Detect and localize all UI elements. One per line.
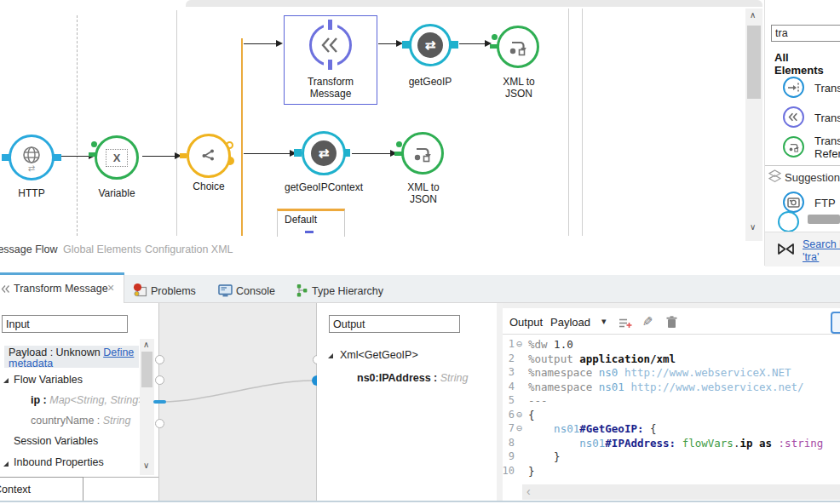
palette-item-label[interactable]: FTP <box>814 197 836 209</box>
tab-configuration-xml[interactable]: Configuration XML <box>145 243 233 255</box>
tab-problems-label[interactable]: Problems <box>151 285 196 297</box>
close-icon[interactable]: × <box>107 281 114 295</box>
code-line: } <box>528 465 535 478</box>
input-anchor[interactable] <box>155 419 164 428</box>
tab-console-label[interactable]: Console <box>236 285 275 297</box>
default-selection-dash <box>305 231 314 233</box>
xml-to-json-node-bottom[interactable] <box>401 132 444 175</box>
output-root-node[interactable]: Xml<GetGeoIP> <box>340 349 418 361</box>
tab-transform-message[interactable]: Transform Message × <box>0 275 124 303</box>
xml-to-json-node-top[interactable] <box>497 26 539 68</box>
scroll-up-icon[interactable]: ∧ <box>750 10 756 20</box>
line-number: 9 <box>503 450 515 462</box>
palette-item-label-line2[interactable]: Refere <box>814 147 840 160</box>
scroll-down-icon[interactable]: ∨ <box>750 222 756 232</box>
palette-search-input[interactable] <box>771 25 840 42</box>
dropdown-icon[interactable]: ▾ <box>601 316 607 327</box>
line-number: 2 <box>503 352 515 364</box>
http-node[interactable]: ⇄ <box>9 135 55 180</box>
expand-triangle-icon[interactable] <box>328 353 333 358</box>
dataweave-editor[interactable]: Output Payload ▾ ✎ 1 2 3 4 5 6 7 <box>503 303 840 501</box>
output-field-node[interactable]: ns0:IPAddress : String <box>357 372 468 384</box>
choice-node[interactable] <box>187 134 231 178</box>
flow-arrowhead <box>276 40 283 47</box>
editor-header-output: Output <box>509 316 543 329</box>
ws-consumer-icon: ⇄ <box>311 140 337 166</box>
choice-scope-line <box>241 38 243 236</box>
suggestions-header[interactable]: Suggestions <box>785 171 840 184</box>
line-number: 5 <box>503 394 515 406</box>
palette-item-label[interactable]: Trans <box>814 82 840 94</box>
input-filter-field[interactable] <box>2 315 128 333</box>
palette-item-partial-icon[interactable] <box>778 211 799 232</box>
getgeoip-node[interactable]: ⇄ <box>409 24 452 66</box>
window-bottom-edge <box>0 501 840 502</box>
input-anchor-connected[interactable] <box>153 400 166 404</box>
xml-to-json-label-top: XML to JSON <box>488 76 549 100</box>
panel-divider[interactable] <box>497 303 503 501</box>
variable-nub <box>91 141 97 147</box>
scrollbar-thumb[interactable] <box>747 26 761 99</box>
countryname-variable-node[interactable]: countryName : String <box>31 415 130 427</box>
flow-scrollbar[interactable]: ∧ ∨ <box>745 9 762 241</box>
input-anchor[interactable] <box>155 355 164 364</box>
code-line: %output application/xml <box>528 352 676 366</box>
scroll-up-icon[interactable]: ∧ <box>143 340 149 349</box>
edit-pencil-icon[interactable]: ✎ <box>642 314 653 329</box>
preview-button-fragment[interactable] <box>831 312 840 334</box>
session-variables-node[interactable]: Session Variables <box>14 435 98 447</box>
payload-row[interactable]: Payload : Unknown Define metadata <box>4 346 139 368</box>
delete-trash-icon[interactable] <box>666 316 677 329</box>
editor-header-payload[interactable]: Payload <box>550 316 590 329</box>
expand-triangle-icon[interactable] <box>3 461 9 467</box>
flow-canvas[interactable]: ⇄ HTTP X Variable Choice <box>0 0 761 255</box>
output-filter-field[interactable] <box>329 315 460 333</box>
flow-arrow <box>58 156 89 157</box>
add-target-icon[interactable] <box>618 318 633 329</box>
define-metadata-link[interactable]: Define <box>103 346 134 358</box>
flow-arrow <box>244 153 290 154</box>
scroll-down-icon[interactable]: ∨ <box>143 461 149 470</box>
tab-message-flow[interactable]: Message Flow <box>0 243 58 255</box>
fold-icon[interactable]: ⊖ <box>516 338 522 350</box>
palette-item-transform-reference-icon[interactable] <box>783 136 804 158</box>
search-exchange-link-line1[interactable]: Search E <box>803 238 840 250</box>
code-line: %namespace ns01 http://www.webservicex.n… <box>528 381 804 394</box>
palette-item-ftp-icon[interactable] <box>783 192 804 213</box>
palette-item-transform-icon[interactable] <box>783 77 804 98</box>
getgeoipcontext-node[interactable]: ⇄ <box>302 131 346 175</box>
input-anchor[interactable] <box>155 375 164 385</box>
tab-type-hierarchy-label[interactable]: Type Hierarchy <box>312 285 383 297</box>
search-exchange-link-line2[interactable]: 'tra' <box>803 251 819 263</box>
fold-icon[interactable]: ⊖ <box>516 422 522 434</box>
variable-node[interactable]: X <box>95 135 139 180</box>
code-line: { <box>528 409 535 422</box>
context-tab-label: Context <box>0 484 31 495</box>
palette-item-label-line1[interactable]: Trans <box>814 135 840 147</box>
line-number: 1 <box>503 338 515 350</box>
context-tab[interactable]: Context <box>0 477 83 501</box>
scroll-left-icon[interactable]: ‹ <box>526 484 531 498</box>
tab-global-elements[interactable]: Global Elements <box>63 243 141 255</box>
editor-h-scrollbar[interactable]: ‹ <box>522 484 840 500</box>
transform-message-label-line2: Message <box>288 88 373 100</box>
mapping-canvas[interactable] <box>158 303 317 501</box>
scrollbar-thumb[interactable] <box>141 352 152 387</box>
lane-divider-dashed <box>77 15 78 236</box>
inbound-properties-node[interactable]: Inbound Properties <box>14 456 104 468</box>
ip-variable-node[interactable]: ip : Map<String, String> <box>31 394 144 406</box>
palette-item-transform-message-icon[interactable] <box>783 106 804 128</box>
define-metadata-link-line2[interactable]: metadata <box>9 358 53 368</box>
fold-icon[interactable]: ⊖ <box>516 409 522 421</box>
tab-transform-message-label[interactable]: Transform Message <box>14 283 108 295</box>
input-tree-scrollbar[interactable]: ∧ ∨ <box>140 339 154 475</box>
xmljson-nub <box>396 141 402 147</box>
code-line: %dw 1.0 <box>528 338 573 352</box>
expand-triangle-icon[interactable] <box>3 378 9 383</box>
flow-container-edge <box>186 0 762 7</box>
flow-variables-node[interactable]: Flow Variables <box>14 374 83 386</box>
palette-item-label[interactable]: Trans <box>814 112 840 124</box>
flow-arrow <box>378 43 396 44</box>
problems-icon <box>133 283 147 297</box>
editor-header: Output Payload ▾ ✎ <box>503 308 840 335</box>
